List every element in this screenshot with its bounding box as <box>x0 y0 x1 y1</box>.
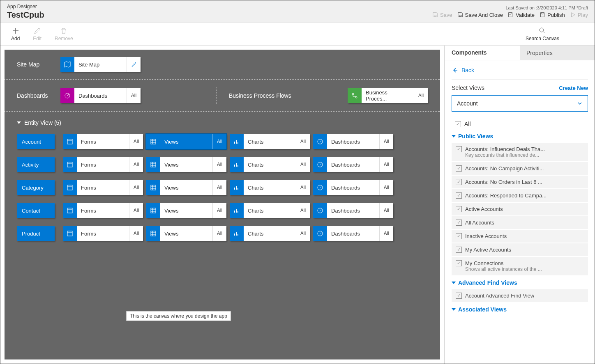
sitemap-edit-icon[interactable] <box>127 57 141 72</box>
entity-name-tile[interactable]: Product <box>17 226 55 241</box>
entity-name-tile[interactable]: Activity <box>17 157 55 172</box>
charts-icon <box>230 180 244 195</box>
views-icon <box>146 157 160 172</box>
entity-charts-tile[interactable]: ChartsAll <box>230 134 310 149</box>
group-associated-views[interactable]: Associated Views <box>452 303 588 316</box>
dashboards-label: Dashboards <box>17 92 54 99</box>
play-button[interactable]: Play <box>570 12 588 18</box>
entity-forms-tile[interactable]: FormsAll <box>63 134 143 149</box>
entity-charts-tile[interactable]: ChartsAll <box>230 180 310 195</box>
back-button[interactable]: Back <box>452 64 588 80</box>
views-icon <box>146 134 160 149</box>
gauge-icon <box>64 92 71 99</box>
svg-rect-18 <box>151 208 156 213</box>
svg-point-7 <box>355 96 357 98</box>
dash-icon <box>313 226 327 241</box>
tab-properties[interactable]: Properties <box>520 46 595 60</box>
checkbox-icon <box>455 121 461 127</box>
entity-forms-tile[interactable]: FormsAll <box>63 157 143 172</box>
view-item[interactable]: Accounts: Influenced Deals Tha...Key acc… <box>452 143 588 161</box>
entity-views-tile[interactable]: ViewsAll <box>146 157 226 172</box>
view-item[interactable]: Accounts: No Orders in Last 6 ... <box>452 176 588 188</box>
entity-forms-tile[interactable]: FormsAll <box>63 226 143 241</box>
forms-icon <box>63 226 77 241</box>
entity-views-tile[interactable]: ViewsAll <box>146 134 226 149</box>
plus-icon <box>12 27 20 35</box>
save-button[interactable]: Save <box>432 12 452 18</box>
tab-components[interactable]: Components <box>445 46 520 60</box>
view-item[interactable]: Account Advanced Find View <box>452 289 588 302</box>
checkbox-icon <box>456 179 462 185</box>
dash-icon <box>313 203 327 218</box>
entity-forms-tile[interactable]: FormsAll <box>63 203 143 218</box>
group-advanced-find-views[interactable]: Advanced Find Views <box>452 276 588 289</box>
entity-row: CategoryFormsAllViewsAllChartsAllDashboa… <box>17 180 428 195</box>
entity-charts-tile[interactable]: ChartsAll <box>230 157 310 172</box>
entity-views-tile[interactable]: ViewsAll <box>146 203 226 218</box>
header-commands: Save Save And Close Validate Publish Pla… <box>432 12 588 18</box>
entity-forms-tile[interactable]: FormsAll <box>63 180 143 195</box>
canvas[interactable]: Site Map Site Map Dashboards <box>5 50 440 359</box>
charts-icon <box>230 157 244 172</box>
svg-rect-14 <box>67 185 72 190</box>
create-new-link[interactable]: Create New <box>559 85 588 91</box>
entity-name-tile[interactable]: Contact <box>17 203 55 218</box>
entity-row: ProductFormsAllViewsAllChartsAllDashboar… <box>17 226 428 241</box>
entity-dash-tile[interactable]: DashboardsAll <box>313 180 393 195</box>
entity-view-header[interactable]: Entity View (5) <box>17 119 428 126</box>
chevron-down-icon <box>452 135 456 137</box>
entity-charts-tile[interactable]: ChartsAll <box>230 203 310 218</box>
entity-views-tile[interactable]: ViewsAll <box>146 226 226 241</box>
entity-views-tile[interactable]: ViewsAll <box>146 180 226 195</box>
entity-dash-tile[interactable]: DashboardsAll <box>313 203 393 218</box>
bpf-label: Business Process Flows <box>229 92 291 99</box>
svg-rect-2 <box>509 13 512 17</box>
dash-icon <box>313 180 327 195</box>
checkbox-icon <box>456 247 462 253</box>
entity-dropdown[interactable]: Account <box>452 95 588 112</box>
entity-row: ContactFormsAllViewsAllChartsAllDashboar… <box>17 203 428 218</box>
views-icon <box>146 180 160 195</box>
view-item[interactable]: Accounts: No Campaign Activiti... <box>452 162 588 175</box>
view-item[interactable]: My Active Accounts <box>452 243 588 256</box>
search-canvas-button[interactable]: Search Canvas <box>519 25 566 43</box>
sitemap-tile[interactable]: Site Map <box>60 57 141 72</box>
add-button[interactable]: Add <box>5 25 26 43</box>
edit-button[interactable]: Edit <box>26 25 48 43</box>
validate-button[interactable]: Validate <box>508 12 535 18</box>
svg-rect-1 <box>459 15 461 17</box>
entity-name-tile[interactable]: Account <box>17 134 55 149</box>
bpf-tile[interactable]: Business Proces... All <box>348 88 428 103</box>
view-item[interactable]: Accounts: Responded to Campa... <box>452 189 588 202</box>
view-item[interactable]: Inactive Accounts <box>452 230 588 243</box>
entity-name-tile[interactable]: Category <box>17 180 55 195</box>
entity-dash-tile[interactable]: DashboardsAll <box>313 134 393 149</box>
flow-icon <box>351 92 358 99</box>
remove-button[interactable]: Remove <box>48 25 80 43</box>
dash-icon <box>313 134 327 149</box>
save-and-close-button[interactable]: Save And Close <box>457 12 503 18</box>
search-icon <box>538 27 547 35</box>
charts-icon <box>230 203 244 218</box>
checkbox-icon <box>456 165 462 172</box>
view-item[interactable]: All Accounts <box>452 216 588 229</box>
dashboards-tile[interactable]: Dashboards All <box>60 88 141 103</box>
views-icon <box>146 203 160 218</box>
svg-rect-11 <box>67 162 72 167</box>
view-item[interactable]: Active Accounts <box>452 203 588 215</box>
svg-rect-17 <box>67 208 72 213</box>
chevron-down-icon <box>17 121 21 124</box>
all-checkbox-row[interactable]: All <box>452 118 588 130</box>
publish-button[interactable]: Publish <box>540 12 565 18</box>
canvas-tooltip: This is the canvas where you design the … <box>126 311 231 321</box>
sitemap-label: Site Map <box>17 61 54 68</box>
view-item[interactable]: My ConnectionsShows all active instances… <box>452 257 588 275</box>
chevron-down-icon <box>577 101 583 106</box>
svg-rect-20 <box>67 231 72 236</box>
group-public-views[interactable]: Public Views <box>452 130 588 143</box>
entity-dash-tile[interactable]: DashboardsAll <box>313 226 393 241</box>
entity-charts-tile[interactable]: ChartsAll <box>230 226 310 241</box>
entity-dash-tile[interactable]: DashboardsAll <box>313 157 393 172</box>
validate-icon <box>508 12 514 18</box>
svg-rect-8 <box>67 139 72 144</box>
